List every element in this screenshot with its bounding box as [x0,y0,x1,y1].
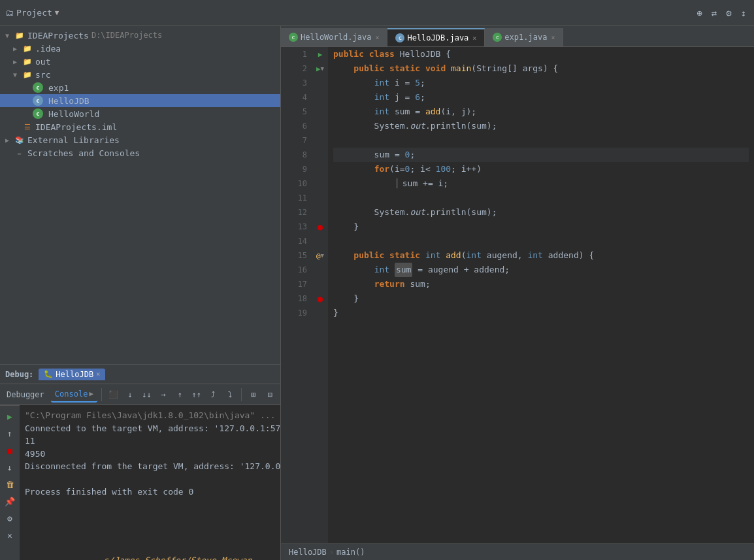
debug-tab-close[interactable]: × [96,371,100,378]
tree-item-hellojdb[interactable]: c HelloJDB [0,94,280,107]
debug-session-tab[interactable]: 🐛 HelloJDB × [39,369,105,380]
console-line: Process finished with exit code 0 [25,486,275,499]
tab-close-btn[interactable]: × [551,34,555,41]
tree-item-exp1[interactable]: c exp1 [0,81,280,94]
line-num: 13 [281,220,307,234]
evaluate-btn[interactable]: ⤴ [205,387,220,403]
tab-java-icon: c [395,33,404,42]
debug-session-label: HelloJDB [56,370,93,379]
gutter-breakpoint-13[interactable]: ● [312,220,328,234]
project-label[interactable]: 🗂 Project ▼ [5,8,59,18]
console-line: "C:\Program Files\Java\jdk1.8.0_102\bin\… [25,409,275,422]
line-num: 12 [281,205,307,220]
code-line-19: } [333,306,749,320]
step-over-btn[interactable]: ⬛ [106,387,121,403]
layout-btn[interactable]: ⊟ [263,387,278,403]
settings-debug-btn[interactable]: ⊞ [246,387,261,403]
tab-exp1[interactable]: c exp1.java × [485,28,563,46]
line-num: 5 [281,105,307,119]
code-line-9: for(i=0; i< 100; i++) [333,162,749,176]
tree-item-out[interactable]: ▶ 📁 out [0,55,280,68]
breadcrumb-method[interactable]: main() [336,548,365,557]
console-line: 11 [25,435,275,448]
tab-hellojdb[interactable]: c HelloJDB.java × [387,28,485,46]
code-line-13: } [333,220,749,234]
gutter-9 [312,162,328,176]
code-lines[interactable]: public class HelloJDB { public static vo… [328,47,754,543]
settings-icon[interactable]: ⚙ [723,7,734,20]
scroll-down-btn[interactable]: ↓ [2,459,18,475]
console-tab[interactable]: Console ▶ [51,387,97,403]
gutter-10 [312,176,328,191]
stop-btn[interactable]: ■ [2,442,18,458]
gutter-3 [312,76,328,90]
gutter-breakpoint-18[interactable]: ● [312,291,328,306]
run-to-cursor-btn[interactable]: ↑↑ [189,387,204,403]
pin-btn[interactable]: 📌 [2,493,18,509]
code-line-15: public static int add(int augend, int ad… [333,248,749,263]
tree-arrow: ▶ [13,45,21,52]
tab-label: HelloWorld.java [301,33,371,42]
tree-item-ext-libs[interactable]: ▶ 📚 External Libraries [0,133,280,146]
step-into-btn[interactable]: ↓↓ [139,387,154,403]
line-num: 19 [281,306,307,320]
step-out-btn[interactable]: ↑ [172,387,188,403]
tree-item-label: Scratches and Consoles [27,148,140,158]
tab-java-icon: c [289,33,298,42]
code-line-7 [333,133,749,148]
gutter-bookmark-15[interactable]: @▼ [312,248,328,263]
editor-tabs: c HelloWorld.java × c HelloJDB.java × c … [281,26,754,47]
tree-item-label: .idea [35,44,61,54]
resume-btn[interactable]: ↓ [122,387,137,403]
tree-arrow: ▶ [13,58,21,65]
expand-icon[interactable]: ↕ [738,7,749,20]
code-editor: 1 2 3 4 5 6 7 8 9 10 11 12 13 14 15 16 1… [281,47,754,543]
gutter-14 [312,234,328,248]
line-num: 8 [281,148,307,162]
tree-arrow: ▼ [13,71,21,78]
tree-arrow: ▼ [5,32,13,39]
settings2-btn[interactable]: ⚙ [2,510,18,526]
console-line: Connected to the target VM, address: '12… [25,422,275,435]
tree-item-label: External Libraries [27,135,120,145]
gutter-run-2[interactable]: ▶▼ [312,61,328,76]
tree-item-label: HelloWorld [48,109,99,119]
code-line-14 [333,234,749,248]
restart-btn[interactable]: ▶ [2,408,18,424]
tree-item-helloworld[interactable]: c HelloWorld [0,107,280,120]
project-dropdown-arrow[interactable]: ▼ [55,8,59,17]
drop-frame-btn[interactable]: ⤵ [222,387,237,403]
gutter-run-1[interactable]: ▶ [312,47,328,61]
top-bar: 🗂 Project ▼ ⊕ ⇄ ⚙ ↕ [0,0,754,26]
tab-helloworld[interactable]: c HelloWorld.java × [281,28,387,46]
gutter-17 [312,277,328,291]
java-file-icon: c [33,108,43,119]
force-step-into-btn[interactable]: → [156,387,171,403]
debug-content-row: ▶ ↑ ■ ↓ 🗑 📌 ⚙ ✕ "C:\Program Files\Java\j… [0,405,280,560]
tree-item-scratches[interactable]: ✏ Scratches and Consoles [0,146,280,159]
tree-item-iml[interactable]: ☰ IDEAProjects.iml [0,120,280,133]
tree-item-ideaprojects[interactable]: ▼ 📁 IDEAProjects D:\IDEAProjects [0,29,280,42]
code-line-1: public class HelloJDB { [333,47,749,61]
console-tab-arrow: ▶ [89,389,93,398]
breadcrumb-bar: HelloJDB › main() [281,543,754,560]
folder-icon: 📁 [22,69,33,80]
module-icon: ☰ [22,122,33,132]
tab-close-btn[interactable]: × [375,34,379,41]
close-panel-btn[interactable]: ✕ [2,527,18,543]
breadcrumb-class[interactable]: HelloJDB [289,548,327,557]
clear-console-btn[interactable]: 🗑 [2,476,18,492]
tree-item-idea[interactable]: ▶ 📁 .idea [0,42,280,55]
scroll-up-btn[interactable]: ↑ [2,425,18,441]
code-line-5: int sum = add(i, j); [333,105,749,119]
line-num: 7 [281,133,307,148]
line-num: 17 [281,277,307,291]
tab-close-btn[interactable]: × [472,35,476,42]
sync-icon[interactable]: ⇄ [709,7,719,20]
code-line-3: int i = 5; [333,76,749,90]
tab-label: exp1.java [504,33,547,42]
code-line-6: System.out.println(sum); [333,119,749,133]
debugger-tab[interactable]: Debugger [3,387,48,403]
add-icon[interactable]: ⊕ [694,7,704,20]
tree-item-src[interactable]: ▼ 📁 src [0,68,280,81]
